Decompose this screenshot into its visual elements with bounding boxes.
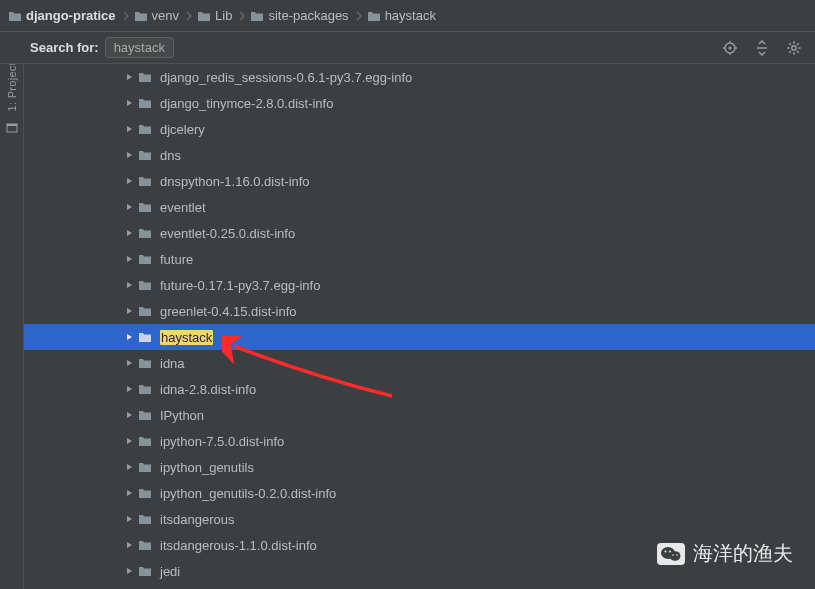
folder-icon	[138, 513, 156, 525]
tree-item-label: eventlet-0.25.0.dist-info	[160, 226, 295, 241]
expand-arrow-icon[interactable]	[122, 385, 138, 393]
expand-arrow-icon[interactable]	[122, 203, 138, 211]
tree-row[interactable]: haystack	[24, 324, 815, 350]
chevron-right-icon	[355, 3, 363, 29]
tree-row[interactable]: eventlet-0.25.0.dist-info	[24, 220, 815, 246]
expand-arrow-icon[interactable]	[122, 255, 138, 263]
expand-arrow-icon[interactable]	[122, 489, 138, 497]
tree-row[interactable]: ipython_genutils	[24, 454, 815, 480]
gear-icon[interactable]	[785, 39, 803, 57]
tree-row[interactable]: django_tinymce-2.8.0.dist-info	[24, 90, 815, 116]
chevron-right-icon	[185, 3, 193, 29]
search-bar: Search for: haystack	[0, 32, 815, 64]
folder-icon	[138, 123, 156, 135]
folder-icon	[138, 331, 156, 343]
folder-icon	[138, 409, 156, 421]
tree-row[interactable]: itsdangerous	[24, 506, 815, 532]
tree-row[interactable]: IPython	[24, 402, 815, 428]
svg-line-16	[789, 51, 790, 52]
expand-arrow-icon[interactable]	[122, 307, 138, 315]
expand-arrow-icon[interactable]	[122, 229, 138, 237]
tree-item-label: eventlet	[160, 200, 206, 215]
chevron-right-icon	[122, 3, 130, 29]
expand-arrow-icon[interactable]	[122, 333, 138, 341]
tree-row[interactable]: dnspython-1.16.0.dist-info	[24, 168, 815, 194]
tree-item-label: djcelery	[160, 122, 205, 137]
tree-item-label: future-0.17.1-py3.7.egg-info	[160, 278, 320, 293]
folder-icon	[138, 305, 156, 317]
breadcrumb: django-praticevenvLibsite-packageshaysta…	[0, 0, 815, 32]
breadcrumb-item[interactable]: venv	[130, 3, 185, 29]
expand-arrow-icon[interactable]	[122, 151, 138, 159]
breadcrumb-item[interactable]: site-packages	[246, 3, 354, 29]
folder-icon	[138, 461, 156, 473]
tree-row[interactable]: greenlet-0.4.15.dist-info	[24, 298, 815, 324]
expand-arrow-icon[interactable]	[122, 437, 138, 445]
tree-item-label: idna-2.8.dist-info	[160, 382, 256, 397]
tree-item-label: django_tinymce-2.8.0.dist-info	[160, 96, 333, 111]
expand-arrow-icon[interactable]	[122, 515, 138, 523]
svg-line-14	[789, 43, 790, 44]
breadcrumb-item[interactable]: Lib	[193, 3, 238, 29]
folder-icon	[250, 10, 264, 22]
svg-rect-1	[7, 124, 17, 126]
project-tree[interactable]: django_redis_sessions-0.6.1-py3.7.egg-in…	[24, 64, 815, 589]
folder-icon	[138, 71, 156, 83]
folder-icon	[138, 253, 156, 265]
search-query-chip[interactable]: haystack	[105, 37, 174, 58]
watermark: 海洋的渔夫	[657, 540, 793, 567]
tree-row[interactable]: future	[24, 246, 815, 272]
breadcrumb-label: Lib	[215, 8, 232, 23]
expand-arrow-icon[interactable]	[122, 73, 138, 81]
folder-icon	[138, 149, 156, 161]
svg-point-21	[669, 550, 671, 552]
sidebar-project-tab[interactable]: 1: Project	[0, 32, 24, 589]
folder-icon	[138, 435, 156, 447]
svg-point-9	[792, 45, 796, 49]
tree-item-label: django_redis_sessions-0.6.1-py3.7.egg-in…	[160, 70, 412, 85]
tree-item-label: IPython	[160, 408, 204, 423]
tree-item-label: greenlet-0.4.15.dist-info	[160, 304, 297, 319]
expand-arrow-icon[interactable]	[122, 411, 138, 419]
tree-item-label: haystack	[160, 330, 213, 345]
tree-item-label: ipython-7.5.0.dist-info	[160, 434, 284, 449]
folder-icon	[197, 10, 211, 22]
tree-row[interactable]: ipython_genutils-0.2.0.dist-info	[24, 480, 815, 506]
tree-item-label: dns	[160, 148, 181, 163]
tree-row[interactable]: idna	[24, 350, 815, 376]
folder-icon	[134, 10, 148, 22]
svg-line-15	[797, 51, 798, 52]
breadcrumb-label: django-pratice	[26, 8, 116, 23]
folder-icon	[138, 565, 156, 577]
breadcrumb-item[interactable]: haystack	[363, 3, 442, 29]
expand-arrow-icon[interactable]	[122, 359, 138, 367]
tree-item-label: ipython_genutils	[160, 460, 254, 475]
locate-icon[interactable]	[721, 39, 739, 57]
collapse-all-icon[interactable]	[753, 39, 771, 57]
tree-item-label: ipython_genutils-0.2.0.dist-info	[160, 486, 336, 501]
tree-row[interactable]: eventlet	[24, 194, 815, 220]
expand-arrow-icon[interactable]	[122, 99, 138, 107]
svg-point-20	[665, 550, 667, 552]
expand-arrow-icon[interactable]	[122, 541, 138, 549]
project-icon	[5, 121, 19, 138]
breadcrumb-item[interactable]: django-pratice	[4, 3, 122, 29]
tree-row[interactable]: djcelery	[24, 116, 815, 142]
tree-row[interactable]: django_redis_sessions-0.6.1-py3.7.egg-in…	[24, 64, 815, 90]
expand-arrow-icon[interactable]	[122, 125, 138, 133]
tree-item-label: jedi	[160, 564, 180, 579]
breadcrumb-label: haystack	[385, 8, 436, 23]
expand-arrow-icon[interactable]	[122, 281, 138, 289]
svg-line-17	[797, 43, 798, 44]
breadcrumb-label: venv	[152, 8, 179, 23]
expand-arrow-icon[interactable]	[122, 463, 138, 471]
folder-icon	[367, 10, 381, 22]
expand-arrow-icon[interactable]	[122, 567, 138, 575]
tree-row[interactable]: future-0.17.1-py3.7.egg-info	[24, 272, 815, 298]
tree-row[interactable]: dns	[24, 142, 815, 168]
expand-arrow-icon[interactable]	[122, 177, 138, 185]
tree-item-label: future	[160, 252, 193, 267]
tree-row[interactable]: ipython-7.5.0.dist-info	[24, 428, 815, 454]
tree-row[interactable]: idna-2.8.dist-info	[24, 376, 815, 402]
svg-point-3	[728, 46, 731, 49]
